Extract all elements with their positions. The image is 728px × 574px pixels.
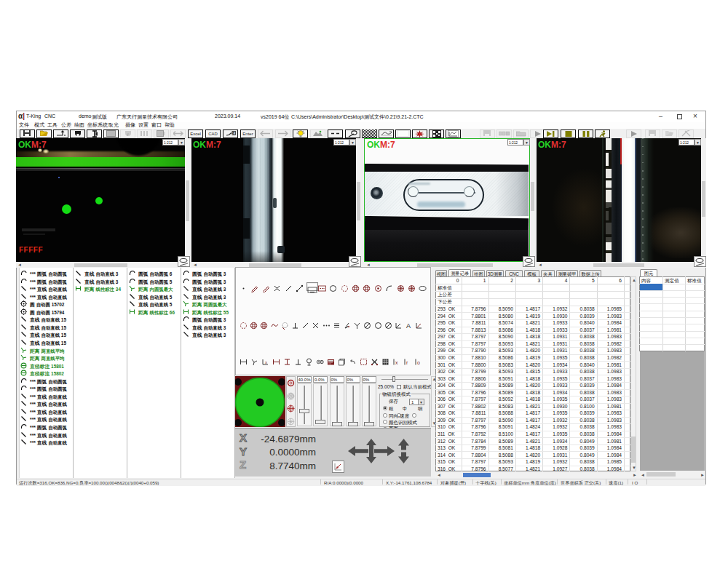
svg-text:Z: Z (240, 459, 246, 470)
svg-text:r: r (406, 360, 408, 365)
svg-text:X: X (240, 432, 247, 443)
svg-text:x: x (265, 360, 267, 364)
svg-text:A: A (406, 322, 411, 330)
svg-text:x: x (395, 360, 398, 365)
svg-text:o: o (417, 360, 420, 365)
svg-text:Y: Y (240, 446, 247, 457)
